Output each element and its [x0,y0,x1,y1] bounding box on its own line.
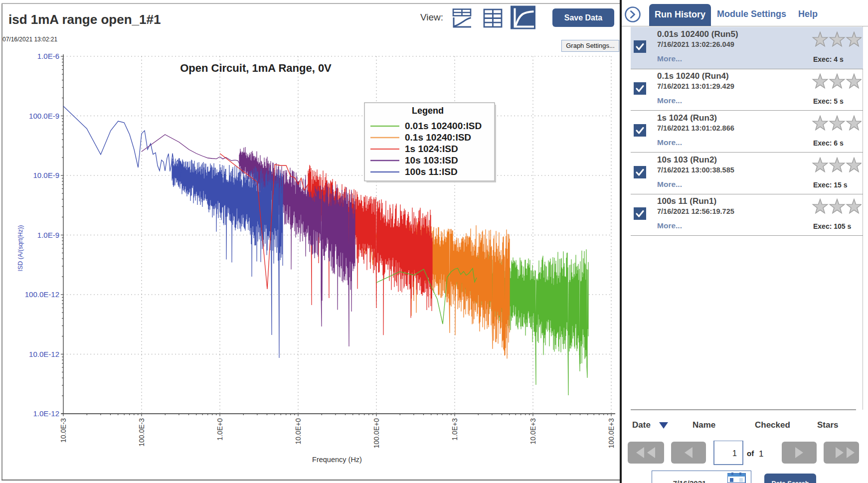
svg-text:100s 11:ISD: 100s 11:ISD [405,166,458,177]
svg-text:1s 1024:ISD: 1s 1024:ISD [405,144,458,154]
svg-text:Open Circuit, 1mA Range, 0V: Open Circuit, 1mA Range, 0V [180,62,332,74]
svg-text:100.0E-9: 100.0E-9 [29,112,59,120]
svg-text:1: 1 [732,449,737,458]
svg-text:100.0E+0: 100.0E+0 [372,418,380,449]
svg-text:10.0E-12: 10.0E-12 [29,350,59,358]
svg-text:10.0E+3: 10.0E+3 [529,418,537,445]
svg-text:100.0E+3: 100.0E+3 [607,418,615,449]
svg-text:10.0E-9: 10.0E-9 [33,171,59,179]
svg-text:10s 103:ISD: 10s 103:ISD [405,155,458,165]
svg-text:1.0E+0: 1.0E+0 [216,418,224,441]
svg-text:Legend: Legend [412,106,444,116]
svg-text:100.0E-12: 100.0E-12 [25,290,59,299]
svg-text:1.0E+3: 1.0E+3 [451,418,459,441]
svg-text:of: of [747,449,754,458]
svg-text:ISD (A/(sqrt(Hz)): ISD (A/(sqrt(Hz)) [17,225,24,271]
svg-text:1.0E-6: 1.0E-6 [37,52,59,60]
svg-text:10.0E-3: 10.0E-3 [59,418,67,443]
svg-text:100.0E-3: 100.0E-3 [138,418,146,447]
svg-text:1.0E-12: 1.0E-12 [33,409,59,418]
svg-text:0.1s 10240:ISD: 0.1s 10240:ISD [405,132,471,143]
svg-text:1.0E-9: 1.0E-9 [37,231,59,239]
svg-text:0.01s 102400:ISD: 0.01s 102400:ISD [405,121,482,131]
svg-text:10.0E+0: 10.0E+0 [294,418,302,445]
svg-text:1: 1 [759,449,763,459]
svg-text:Frequency (Hz): Frequency (Hz) [312,456,362,464]
